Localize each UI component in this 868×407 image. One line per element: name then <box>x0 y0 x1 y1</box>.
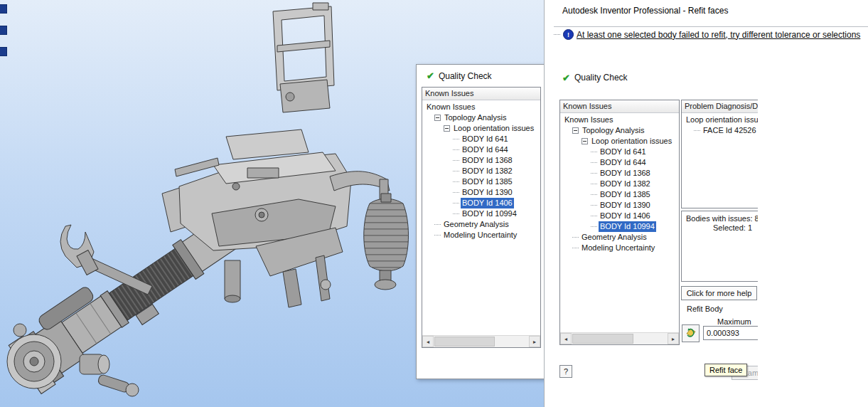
tree-item-label[interactable]: BODY Id 1385 <box>599 189 652 200</box>
tree-item-label[interactable]: BODY Id 1406 <box>599 211 652 221</box>
tree-connector <box>694 130 700 132</box>
tree-item-label[interactable]: BODY Id 641 <box>599 147 648 157</box>
scroll-right-arrow[interactable]: ▸ <box>529 336 540 347</box>
tree-item-label[interactable]: Geometry Analysis <box>580 232 648 243</box>
tree-item[interactable]: BODY Id 644 <box>422 144 540 155</box>
tree-item[interactable]: Loop orientation issues <box>560 136 679 147</box>
tree-item-label[interactable]: Modeling Uncertainty <box>580 243 656 253</box>
tree-item-label[interactable]: BODY Id 1390 <box>461 187 514 198</box>
tree-item[interactable]: Modeling Uncertainty <box>422 230 540 240</box>
tree-item[interactable]: BODY Id 644 <box>560 157 679 168</box>
tree-item[interactable]: Loop orientation issu <box>682 115 758 125</box>
tree-item-label[interactable]: Loop orientation issu <box>685 115 758 125</box>
tree-item[interactable]: Loop orientation issues <box>422 123 540 134</box>
tree-item-label[interactable]: BODY Id 10994 <box>461 208 518 219</box>
tree-item-label[interactable]: BODY Id 644 <box>599 157 648 168</box>
tree-expander-icon[interactable] <box>582 138 588 144</box>
tree-item-label[interactable]: Known Issues <box>425 102 476 112</box>
tree-item-label[interactable]: BODY Id 1382 <box>461 166 514 176</box>
scroll-left-arrow[interactable]: ◂ <box>560 333 572 344</box>
scrollbar-track[interactable] <box>572 333 668 344</box>
tree-item-label[interactable]: FACE Id 42526 <box>702 125 758 136</box>
tree-connector <box>591 205 597 206</box>
tree-item[interactable]: BODY Id 10994 <box>422 208 540 219</box>
tree-item-label[interactable]: Loop orientation issues <box>590 136 673 147</box>
tree-item-label[interactable]: BODY Id 1390 <box>599 200 652 211</box>
tree-item[interactable]: Topology Analysis <box>422 112 540 123</box>
context-help-button[interactable]: ? <box>559 365 572 378</box>
tree-item[interactable]: BODY Id 10994 <box>560 221 679 232</box>
tree-item[interactable]: Modeling Uncertainty <box>560 243 679 253</box>
tree-item[interactable]: BODY Id 641 <box>422 134 540 144</box>
tree-item-label[interactable]: BODY Id 641 <box>461 134 510 144</box>
tree-item-label[interactable]: BODY Id 10994 <box>599 221 656 232</box>
more-help-button[interactable]: Click for more help <box>681 286 757 300</box>
refit-body-button[interactable] <box>682 324 700 342</box>
scrollbar-thumb[interactable] <box>572 334 633 344</box>
tree-item-label[interactable]: BODY Id 1385 <box>461 176 514 187</box>
scrollbar-thumb[interactable] <box>434 337 495 347</box>
known-issues-panel: Known Issues Known Issues Topology Analy… <box>422 87 541 348</box>
tree-item-label[interactable]: Modeling Uncertainty <box>442 230 518 240</box>
tree-item[interactable]: FACE Id 42526 <box>682 125 758 136</box>
scroll-right-arrow[interactable]: ▸ <box>668 333 679 344</box>
tree-item[interactable]: BODY Id 1385 <box>422 176 540 187</box>
tree-item[interactable]: BODY Id 1406 <box>560 211 679 221</box>
tree-item[interactable]: Topology Analysis <box>560 125 679 136</box>
scroll-left-arrow[interactable]: ◂ <box>422 336 434 347</box>
max-deviation-input[interactable] <box>703 326 758 340</box>
tree-expander-icon[interactable] <box>444 125 450 132</box>
tree-item[interactable]: Geometry Analysis <box>560 232 679 243</box>
scrollbar-track[interactable] <box>434 336 529 347</box>
tree-item[interactable]: BODY Id 641 <box>560 147 679 157</box>
tree-item[interactable]: BODY Id 1382 <box>422 166 540 176</box>
tree-connector <box>591 194 597 196</box>
tree-item-label[interactable]: Topology Analysis <box>443 112 508 123</box>
tree-connector <box>591 162 597 164</box>
known-issues-header: Known Issues <box>422 88 540 100</box>
known-issues-header: Known Issues <box>560 100 679 113</box>
tree-item-label[interactable]: BODY Id 1368 <box>461 155 514 166</box>
tree-connector <box>453 213 459 215</box>
tree-connector <box>453 160 459 162</box>
refit-faces-window: Autodesk Inventor Professional - Refit f… <box>544 0 868 407</box>
browser-panel-icon[interactable] <box>0 47 7 56</box>
tree-item-label[interactable]: BODY Id 1382 <box>599 179 652 189</box>
tree-item[interactable]: BODY Id 1406 <box>422 198 540 208</box>
tree-item[interactable]: BODY Id 1390 <box>560 200 679 211</box>
tree-item-label[interactable]: BODY Id 1368 <box>599 168 652 179</box>
tree-item-label[interactable]: BODY Id 1406 <box>461 198 514 208</box>
tree-expander-icon[interactable] <box>434 115 441 121</box>
browser-panel-icon[interactable] <box>0 26 7 35</box>
dialog-title: Quality Check <box>439 71 492 81</box>
tree-item[interactable]: Geometry Analysis <box>422 219 540 230</box>
tree-item-label[interactable]: BODY Id 644 <box>461 144 510 155</box>
tree-connector <box>434 235 441 236</box>
tree-connector <box>453 149 459 151</box>
problem-diagnosis-header: Problem Diagnosis/De <box>682 100 758 113</box>
horizontal-scrollbar: ◂ ▸ <box>560 332 679 344</box>
tree-expander-icon[interactable] <box>572 127 579 134</box>
issues-tree: Known Issues Topology Analysis Loop orie… <box>560 113 679 332</box>
horizontal-scrollbar: ◂ ▸ <box>422 335 540 347</box>
selected-count: Selected: 1 <box>682 223 758 232</box>
tree-item-label[interactable]: Geometry Analysis <box>442 219 510 230</box>
tree-item[interactable]: BODY Id 1368 <box>560 168 679 179</box>
tree-connector <box>453 192 459 194</box>
tree-item-label[interactable]: Known Issues <box>563 115 614 125</box>
tree-item-label[interactable]: Topology Analysis <box>581 125 645 136</box>
tree-connector <box>453 203 459 204</box>
maximum-deviation-label: Maximum <box>717 317 751 326</box>
tree-item[interactable]: BODY Id 1390 <box>422 187 540 198</box>
issues-tree: Known Issues Topology Analysis Loop orie… <box>422 100 540 335</box>
tree-item[interactable]: BODY Id 1368 <box>422 155 540 166</box>
tooltip: Refit face <box>704 364 747 376</box>
refit-body-group-label: Refit Body <box>687 305 723 313</box>
tree-item-label[interactable]: Loop orientation issues <box>452 123 535 134</box>
tree-item[interactable]: Known Issues <box>560 115 679 125</box>
tree-item[interactable]: BODY Id 1385 <box>560 189 679 200</box>
app-screen: ✔ Quality Check Known Issues Known Issue… <box>0 0 868 407</box>
tree-item[interactable]: BODY Id 1382 <box>560 179 679 189</box>
tree-item[interactable]: Known Issues <box>422 102 540 112</box>
browser-panel-icon[interactable] <box>0 4 7 14</box>
